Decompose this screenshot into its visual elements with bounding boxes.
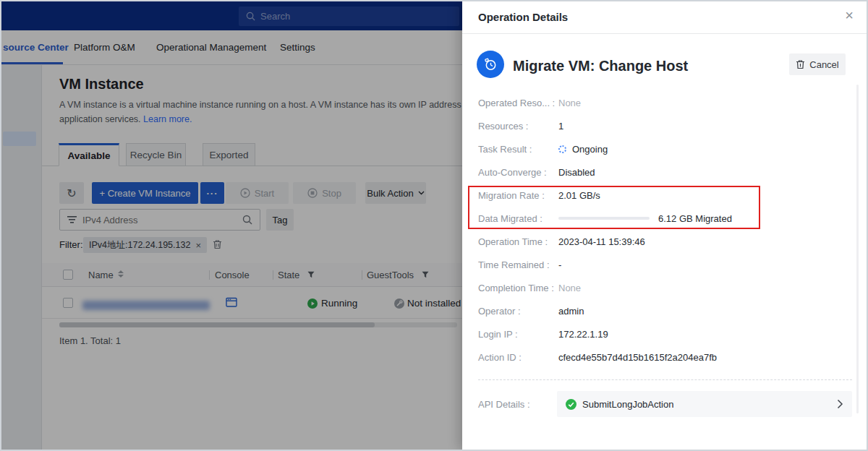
field-label: Task Result :	[478, 144, 558, 155]
loading-spinner-icon	[558, 145, 566, 153]
close-icon[interactable]: ×	[845, 8, 854, 22]
field-label: Resources :	[478, 121, 558, 132]
field-value: 6.12 GB Migrated	[658, 213, 732, 224]
field-value: cfecd4e55b7d4d15b1615f2a204ea7fb	[558, 352, 717, 363]
field-row: Resources :1	[478, 114, 851, 137]
field-value: None	[558, 283, 581, 293]
field-label: Completion Time :	[478, 283, 558, 293]
background-page: Search source Center Platform O&M Operat…	[1, 1, 462, 450]
field-label: Data Migrated :	[478, 213, 558, 224]
operation-details-panel: Operation Details × Migrate VM: Change H…	[462, 1, 868, 450]
api-action-name: SubmitLongJobAction	[582, 399, 673, 410]
detail-fields: Operated Reso... :NoneResources :1Task R…	[478, 91, 851, 369]
field-label: Operator :	[478, 306, 558, 317]
field-row: Auto-Converge :Disabled	[478, 160, 851, 184]
field-row: Completion Time :None	[478, 276, 851, 299]
api-details-label: API Details :	[478, 399, 530, 410]
trash-icon	[796, 59, 805, 69]
panel-scrollbar[interactable]	[856, 85, 859, 413]
app-window: Search source Center Platform O&M Operat…	[0, 0, 868, 451]
field-value: 2.01 GB/s	[558, 190, 600, 201]
field-value: 172.22.1.19	[558, 329, 608, 340]
modal-dim-overlay	[1, 1, 462, 450]
field-value: Disabled	[558, 167, 595, 178]
field-label: Login IP :	[478, 329, 558, 340]
field-row: Login IP :172.22.1.19	[478, 322, 851, 345]
field-row: Data Migrated :6.12 GB Migrated	[478, 207, 851, 230]
field-row: Operated Reso... :None	[478, 91, 851, 114]
stopwatch-icon	[482, 56, 498, 72]
field-value: Ongoing	[572, 144, 608, 155]
field-label: Time Remained :	[478, 259, 558, 270]
field-row: Action ID :cfecd4e55b7d4d15b1615f2a204ea…	[478, 345, 851, 369]
operation-title: Migrate VM: Change Host	[513, 58, 688, 74]
field-row: Time Remained :-	[478, 253, 851, 276]
field-label: Migration Rate :	[478, 190, 558, 201]
field-row: Task Result :Ongoing	[478, 137, 851, 160]
success-check-icon	[566, 399, 576, 410]
field-row: Migration Rate :2.01 GB/s	[478, 184, 851, 207]
chevron-right-icon[interactable]	[837, 399, 843, 409]
field-row: Operation Time :2023-04-11 15:39:46	[478, 230, 851, 253]
cancel-button[interactable]: Cancel	[789, 53, 846, 75]
field-value: -	[558, 259, 561, 270]
panel-header: Operation Details ×	[462, 1, 868, 34]
field-label: Auto-Converge :	[478, 167, 558, 178]
migration-task-icon	[477, 51, 504, 78]
field-value: 2023-04-11 15:39:46	[558, 236, 645, 247]
field-value: None	[558, 98, 581, 108]
panel-title: Operation Details	[478, 11, 568, 23]
field-label: Operated Reso... :	[478, 98, 558, 108]
field-label: Action ID :	[478, 352, 558, 363]
migration-progress-bar	[558, 217, 650, 220]
dashed-divider	[478, 379, 852, 380]
api-details-row[interactable]: SubmitLongJobAction	[557, 391, 852, 417]
field-label: Operation Time :	[478, 236, 558, 247]
field-value: admin	[558, 306, 584, 317]
field-value: 1	[558, 121, 563, 132]
field-row: Operator :admin	[478, 299, 851, 322]
